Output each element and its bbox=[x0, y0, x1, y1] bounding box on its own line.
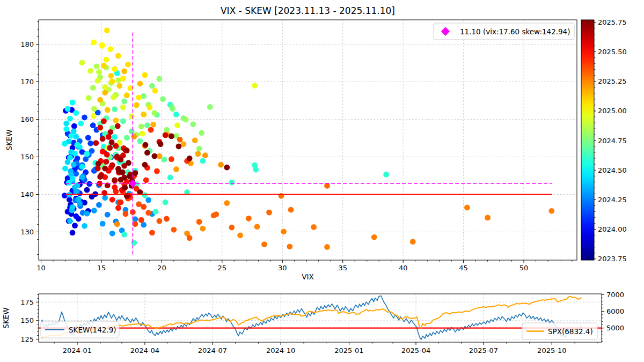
scatter-point bbox=[195, 151, 201, 157]
colorbar: 2023.752024.002024.252024.502024.752025.… bbox=[581, 18, 627, 263]
scatter-point bbox=[71, 123, 77, 129]
scatter-point bbox=[105, 107, 111, 113]
x-axis-label: VIX bbox=[302, 272, 313, 281]
colorbar-tick-label: 2023.75 bbox=[598, 255, 627, 263]
timeseries-y-axis-label: SKEW bbox=[2, 307, 10, 328]
x-tick-label: 2024-01 bbox=[63, 346, 92, 354]
scatter-point bbox=[149, 230, 155, 236]
scatter-point bbox=[94, 63, 100, 69]
scatter-point bbox=[153, 209, 159, 215]
scatter-point bbox=[149, 83, 155, 89]
scatter-point bbox=[121, 99, 127, 105]
scatter-point bbox=[108, 73, 114, 79]
x-tick-label: 2025-10 bbox=[537, 346, 566, 354]
scatter-point bbox=[252, 83, 258, 88]
scatter-point bbox=[96, 202, 102, 208]
scatter-point bbox=[383, 172, 389, 178]
y-tick-label: 125 bbox=[20, 335, 34, 343]
scatter-point bbox=[141, 112, 147, 117]
scatter-point bbox=[200, 158, 206, 164]
scatter-point bbox=[218, 162, 224, 168]
scatter-point bbox=[115, 123, 121, 129]
scatter-point bbox=[485, 215, 491, 221]
scatter-legend: 11.10 (vix:17.60 skew:142.94) bbox=[434, 23, 574, 40]
scatter-point bbox=[95, 166, 101, 172]
spx-legend-label: SPX(6832.4) bbox=[548, 327, 593, 336]
scatter-point bbox=[145, 210, 151, 216]
scatter-point bbox=[67, 218, 73, 224]
scatter-point bbox=[187, 235, 193, 241]
scatter-point bbox=[84, 151, 90, 157]
x-tick-label: 20 bbox=[157, 264, 166, 272]
scatter-point bbox=[73, 110, 79, 116]
colorbar-tick-label: 2025.25 bbox=[598, 77, 627, 85]
x-tick-label: 2025-04 bbox=[401, 346, 430, 354]
scatter-point bbox=[174, 122, 180, 128]
colorbar-tick-label: 2025.00 bbox=[598, 107, 627, 115]
x-tick-label: 30 bbox=[278, 264, 287, 272]
scatter-point bbox=[144, 150, 150, 156]
scatter-point bbox=[109, 197, 115, 203]
colorbar-tick-label: 2024.50 bbox=[598, 166, 627, 174]
scatter-point bbox=[152, 153, 158, 159]
y2-tick-label: 6000 bbox=[606, 307, 624, 315]
y2-tick-label: 5000 bbox=[606, 324, 624, 332]
scatter-point bbox=[196, 219, 202, 225]
scatter-point bbox=[173, 112, 179, 117]
scatter-point bbox=[224, 200, 230, 206]
scatter-point bbox=[72, 151, 78, 157]
y-tick-label: 140 bbox=[20, 190, 34, 198]
scatter-point bbox=[164, 216, 170, 222]
scatter-point bbox=[95, 78, 101, 84]
scatter-point bbox=[90, 122, 96, 128]
scatter-point bbox=[90, 85, 96, 91]
scatter-point bbox=[93, 140, 99, 146]
scatter-point bbox=[79, 60, 85, 65]
scatter-point bbox=[137, 138, 143, 144]
scatter-point bbox=[70, 100, 76, 106]
scatter-point bbox=[112, 178, 118, 183]
colorbar-gradient bbox=[581, 20, 594, 260]
scatter-point bbox=[371, 234, 377, 240]
scatter-point bbox=[112, 66, 118, 72]
y-tick-label: 180 bbox=[20, 40, 34, 48]
scatter-point bbox=[63, 121, 69, 127]
scatter-point bbox=[100, 136, 106, 142]
scatter-point bbox=[109, 162, 115, 168]
scatter-point bbox=[199, 130, 204, 136]
x-tick-label: 2025-01 bbox=[334, 346, 363, 354]
scatter-point bbox=[152, 110, 158, 116]
scatter-point bbox=[164, 127, 170, 133]
scatter-point bbox=[134, 102, 140, 108]
colorbar-tick-label: 2025.50 bbox=[598, 48, 627, 56]
scatter-point bbox=[118, 177, 124, 183]
scatter-point bbox=[187, 156, 193, 161]
scatter-point bbox=[152, 88, 158, 94]
scatter-point bbox=[112, 134, 118, 140]
scatter-point bbox=[104, 159, 109, 165]
scatter-point bbox=[68, 133, 74, 139]
scatter-point bbox=[141, 204, 147, 210]
scatter-point bbox=[254, 224, 260, 230]
scatter-point bbox=[101, 63, 107, 69]
scatter-point bbox=[163, 200, 169, 205]
scatter-point bbox=[261, 241, 267, 247]
scatter-point bbox=[75, 142, 80, 148]
x-tick-label: 25 bbox=[218, 264, 227, 272]
scatter-point bbox=[91, 106, 97, 112]
y-axis-label: SKEW bbox=[5, 129, 13, 150]
scatter-point bbox=[63, 126, 69, 132]
scatter-point bbox=[87, 68, 93, 74]
scatter-point bbox=[173, 166, 179, 172]
scatter-point bbox=[192, 137, 198, 143]
scatter-point bbox=[410, 239, 416, 245]
scatter-point bbox=[91, 113, 97, 119]
scatter-point bbox=[163, 132, 169, 138]
scatter-point bbox=[171, 227, 177, 233]
scatter-point bbox=[281, 228, 287, 234]
skew-legend-label: SKEW(142.9) bbox=[69, 326, 116, 334]
scatter-point bbox=[73, 213, 79, 219]
scatter-point bbox=[129, 114, 135, 120]
scatter-point bbox=[123, 211, 129, 217]
scatter-point bbox=[191, 121, 196, 127]
